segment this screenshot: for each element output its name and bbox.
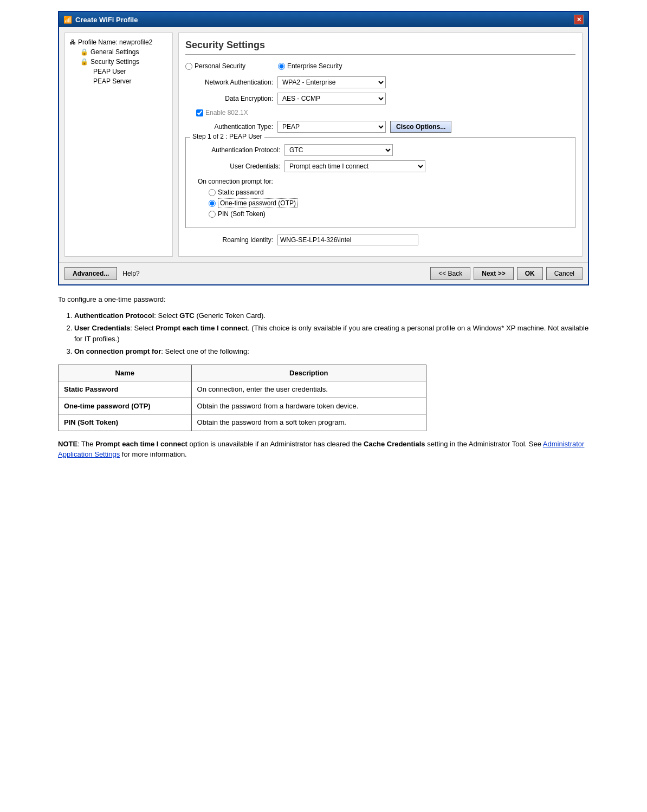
sidebar-item-security-settings[interactable]: 🔒 Security Settings [80,57,168,67]
info-table: Name Description Static Password On conn… [58,365,426,431]
info-table-container: Name Description Static Password On conn… [58,365,589,431]
network-auth-row: Network Authentication: WPA2 - Enterpris… [185,76,575,88]
cisco-options-button[interactable]: Cisco Options... [390,121,451,133]
table-header-row: Name Description [59,365,426,381]
next-button[interactable]: Next >> [474,267,513,280]
otp-label: One-time password (OTP) [218,198,298,208]
table-cell-name-2: One-time password (OTP) [59,398,192,414]
network-auth-select[interactable]: WPA2 - Enterprise WPA - Enterprise Open … [277,76,386,88]
auth-protocol-label: Authentication Protocol: [192,146,284,154]
table-header-description: Description [191,365,426,381]
panel-title: Security Settings [185,40,575,55]
user-credentials-row: User Credentials: Prompt each time I con… [192,160,568,172]
profile-icon: 🖧 [69,38,76,46]
ok-button[interactable]: OK [517,267,543,280]
step-group: Step 1 of 2 : PEAP User Authentication P… [185,137,575,228]
pin-soft-token-row: PIN (Soft Token) [198,210,568,218]
pin-soft-token-radio[interactable] [209,211,216,218]
sidebar-item-general-settings[interactable]: 🔒 General Settings [80,47,168,57]
static-password-label: Static password [218,189,264,196]
user-credentials-label: User Credentials: [192,163,284,170]
right-content-panel: Security Settings Personal Security Ente… [178,33,583,257]
left-navigation: 🖧 Profile Name: newprofile2 🔒 General Se… [64,33,173,257]
personal-security-radio-label[interactable]: Personal Security [185,62,245,70]
personal-security-label: Personal Security [195,62,245,70]
step1-bold: Authentication Protocol [74,311,154,320]
pin-soft-token-label: PIN (Soft Token) [218,210,266,218]
static-password-row: Static password [198,189,568,196]
nav-sub-items: 🔒 General Settings 🔒 Security Settings P… [69,47,168,86]
auth-protocol-select[interactable]: GTC MSCHAPv2 [284,144,393,156]
note-bold-1: Prompt each time I connect [95,440,187,448]
otp-row: One-time password (OTP) [198,198,568,208]
data-encryption-row: Data Encryption: AES - CCMP TKIP None [185,93,575,105]
step-1: Authentication Protocol: Select GTC (Gen… [74,310,589,321]
lock-icon-1: 🔒 [80,48,88,56]
roaming-identity-label: Roaming Identity: [185,236,277,244]
table-cell-name-3: PIN (Soft Token) [59,414,192,431]
data-encryption-select[interactable]: AES - CCMP TKIP None [277,93,386,105]
below-dialog-content: To configure a one-time password: Authen… [58,294,589,460]
cancel-button[interactable]: Cancel [546,267,583,280]
network-auth-label: Network Authentication: [185,79,277,86]
table-row: One-time password (OTP) Obtain the passw… [59,398,426,414]
security-type-row: Personal Security Enterprise Security [185,62,575,70]
nav-sub-sub: PEAP User PEAP Server [80,67,168,86]
auth-type-label: Authentication Type: [185,123,277,131]
otp-radio[interactable] [209,200,216,207]
footer-left: Advanced... Help? [64,267,140,280]
advanced-button[interactable]: Advanced... [64,267,117,280]
create-wifi-profile-dialog: 📶 Create WiFi Profile ✕ 🖧 Profile Name: … [58,11,589,285]
note-bold-2: Cache Credentials [364,440,425,448]
step-3: On connection prompt for: Select one of … [74,346,589,357]
nav-profile-name: 🖧 Profile Name: newprofile2 [69,37,168,47]
personal-security-radio[interactable] [185,63,192,70]
auth-type-select[interactable]: PEAP EAP-TLS EAP-FAST TTLS LEAP [277,121,386,133]
back-button[interactable]: << Back [430,267,470,280]
dialog-title: Create WiFi Profile [75,16,138,24]
dialog-titlebar: 📶 Create WiFi Profile ✕ [59,12,588,27]
enable-8021x-row: Enable 802.1X [185,109,575,116]
static-password-radio[interactable] [209,189,216,196]
prompt-label: On connection prompt for: [198,178,568,185]
note-paragraph: NOTE: The Prompt each time I connect opt… [58,439,589,460]
table-cell-name-1: Static Password [59,381,192,398]
data-encryption-label: Data Encryption: [185,95,277,102]
enterprise-security-radio-label[interactable]: Enterprise Security [278,62,342,70]
auth-protocol-row: Authentication Protocol: GTC MSCHAPv2 [192,144,568,156]
note-label: NOTE [58,440,77,448]
table-cell-desc-3: Obtain the password from a soft token pr… [191,414,426,431]
footer-right: << Back Next >> OK Cancel [430,267,583,280]
table-header-name: Name [59,365,192,381]
table-row: PIN (Soft Token) Obtain the password fro… [59,414,426,431]
sidebar-item-peap-user[interactable]: PEAP User [91,67,168,76]
table-cell-desc-1: On connection, enter the user credential… [191,381,426,398]
dialog-footer: Advanced... Help? << Back Next >> OK Can… [59,262,588,284]
close-button[interactable]: ✕ [574,15,584,24]
help-link[interactable]: Help? [122,270,139,277]
roaming-identity-row: Roaming Identity: [185,235,575,245]
dialog-body: 🖧 Profile Name: newprofile2 🔒 General Se… [59,27,588,262]
intro-paragraph: To configure a one-time password: [58,294,589,305]
user-credentials-select[interactable]: Prompt each time I connect Use Windows l… [284,160,425,172]
enterprise-security-label: Enterprise Security [287,62,342,70]
sidebar-item-peap-server[interactable]: PEAP Server [91,76,168,86]
dialog-title-area: 📶 Create WiFi Profile [63,16,138,24]
steps-list: Authentication Protocol: Select GTC (Gen… [74,310,589,357]
roaming-identity-input[interactable] [277,235,418,245]
step-2: User Credentials: Select Prompt each tim… [74,323,589,344]
wifi-icon: 📶 [63,16,72,24]
table-cell-desc-2: Obtain the password from a hardware toke… [191,398,426,414]
step-group-label: Step 1 of 2 : PEAP User [190,133,264,140]
auth-type-row: Authentication Type: PEAP EAP-TLS EAP-FA… [185,121,575,133]
enable-8021x-checkbox[interactable] [196,109,203,116]
enable-8021x-label: Enable 802.1X [205,109,248,116]
table-row: Static Password On connection, enter the… [59,381,426,398]
prompt-section: On connection prompt for: Static passwor… [192,178,568,218]
enterprise-security-radio[interactable] [278,63,285,70]
lock-icon-2: 🔒 [80,58,88,66]
